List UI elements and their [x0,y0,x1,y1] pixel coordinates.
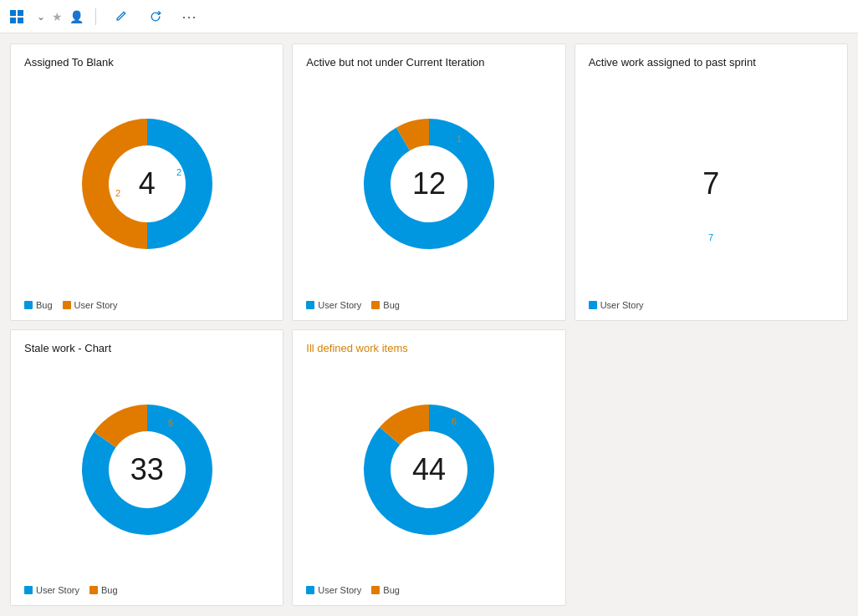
legend-label: User Story [318,585,361,595]
svg-text:28: 28 [142,518,152,528]
legend-item: User Story [63,300,118,310]
chart-area: 386 44 [306,361,551,579]
grid-icon [10,10,23,23]
svg-text:11: 11 [432,226,442,236]
divider [95,8,96,25]
svg-rect-1 [18,10,23,16]
legend-color [306,586,314,594]
donut-chart: 386 44 [354,395,504,545]
chart-area: 111 12 [306,75,551,293]
svg-text:1: 1 [457,134,462,144]
svg-text:2: 2 [176,167,181,177]
chart-legend: User Story Bug [306,585,400,595]
chart-title: Active work assigned to past sprint [589,56,756,69]
empty-card [575,329,848,607]
chart-card-assigned-to-blank[interactable]: Assigned To Blank 22 4 Bug User Story [10,43,283,321]
chart-area: 285 33 [24,361,269,579]
legend-item: User Story [306,300,361,310]
legend-color [89,586,98,594]
svg-text:5: 5 [168,418,173,428]
chart-title: Ill defined work items [306,342,407,354]
chart-legend: Bug User Story [24,300,118,310]
legend-color [371,586,380,594]
chart-card-ill-defined[interactable]: Ill defined work items 386 44 User Story… [292,329,565,607]
svg-text:2: 2 [115,188,120,198]
legend-color [63,301,71,309]
chart-area: 22 4 [24,75,269,293]
edit-icon [115,11,126,23]
legend-item: User Story [24,585,79,595]
chart-title: Stale work - Chart [24,342,111,354]
legend-color [306,301,314,309]
legend-color [589,301,597,309]
legend-item: Bug [371,300,400,310]
chart-title: Active but not under Current Iteration [306,56,484,69]
header: ⌄ ★ 👤 ⋯ [0,0,858,33]
svg-text:7: 7 [708,232,713,242]
svg-rect-2 [10,18,16,23]
legend-color [24,586,33,594]
legend-item: User Story [589,300,644,310]
legend-item: Bug [89,585,118,595]
chart-legend: User Story Bug [24,585,118,595]
edit-button[interactable] [108,8,136,26]
legend-item: Bug [371,585,400,595]
chart-title: Assigned To Blank [24,56,114,69]
donut-chart: 22 4 [72,109,222,259]
chart-legend: User Story [589,300,644,310]
donut-chart: 285 33 [72,395,222,545]
legend-item: User Story [306,585,361,595]
app-title [10,10,28,23]
legend-label: Bug [383,300,400,310]
legend-label: Bug [383,585,400,595]
svg-text:6: 6 [452,416,457,426]
legend-item: Bug [24,300,53,310]
donut-total: 4 [139,166,156,201]
chart-card-active-not-current[interactable]: Active but not under Current Iteration 1… [292,43,565,321]
legend-color [371,301,380,309]
donut-total: 12 [412,166,446,201]
legend-color [24,301,33,309]
refresh-icon [150,11,161,23]
chart-card-active-past-sprint[interactable]: Active work assigned to past sprint 7 7 … [575,43,848,321]
chart-card-stale-work[interactable]: Stale work - Chart 285 33 User Story Bug [10,329,283,607]
legend-label: User Story [36,585,79,595]
legend-label: User Story [74,300,118,310]
legend-label: User Story [318,300,361,310]
chart-legend: User Story Bug [306,300,400,310]
chart-area: 7 7 [589,75,834,293]
donut-total: 33 [130,452,164,487]
svg-rect-0 [10,10,16,16]
refresh-button[interactable] [143,8,171,26]
donut-total: 44 [412,452,446,487]
svg-text:38: 38 [424,518,434,528]
donut-total: 7 [702,166,719,201]
more-options-icon[interactable]: ⋯ [178,4,200,29]
legend-label: Bug [101,585,118,595]
person-icon[interactable]: 👤 [69,10,84,23]
svg-rect-3 [18,18,23,23]
dashboard-grid: Assigned To Blank 22 4 Bug User Story Ac… [0,33,858,616]
legend-label: User Story [600,300,644,310]
star-icon[interactable]: ★ [52,10,63,23]
donut-chart: 7 7 [636,109,786,259]
donut-chart: 111 12 [354,109,504,259]
chevron-down-icon[interactable]: ⌄ [37,11,45,23]
legend-label: Bug [36,300,53,310]
